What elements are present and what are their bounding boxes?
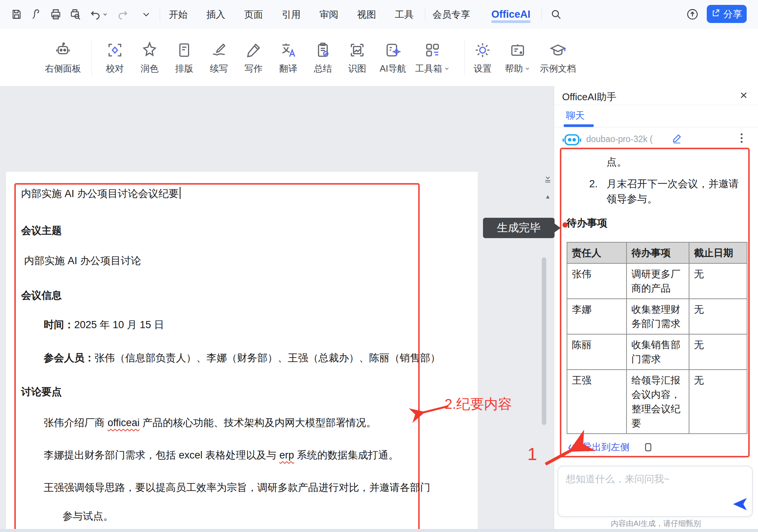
- doc-topic-text: 内部实施 AI 办公项目讨论: [24, 254, 141, 268]
- chat-tab-indicator: [564, 124, 594, 127]
- column-header: 责任人: [567, 242, 627, 263]
- edit-model-icon[interactable]: [671, 133, 683, 145]
- menubar-separator: [425, 8, 425, 21]
- table-row: 张伟 调研更多厂商的产品 无: [567, 263, 747, 299]
- menu-review[interactable]: 审阅: [315, 8, 343, 21]
- share-button[interactable]: 分享: [707, 5, 747, 23]
- kebab-menu-icon[interactable]: [739, 132, 744, 144]
- close-icon[interactable]: ×: [740, 87, 747, 102]
- ai-sparkle-icon: [384, 34, 402, 59]
- window-bottom-edge: [0, 529, 758, 532]
- menu-bar: 开始 插入 页面 引用 审阅 视图 工具 会员专享 OfficeAI 分享: [0, 0, 758, 29]
- table-row: 陈丽 收集销售部门需求 无: [567, 334, 747, 370]
- share-icon: [711, 8, 720, 20]
- menu-membership[interactable]: 会员专享: [428, 8, 475, 21]
- save-icon[interactable]: [9, 7, 24, 22]
- undo-dropdown-icon[interactable]: [101, 7, 109, 22]
- gear-icon: [474, 34, 491, 59]
- doc-heading-discussion: 讨论要点: [21, 385, 62, 399]
- model-label[interactable]: doubao-pro-32k (: [586, 134, 653, 144]
- officeai-tab-indicator: [491, 20, 530, 23]
- chat-input-field[interactable]: [565, 472, 732, 511]
- menu-start[interactable]: 开始: [164, 8, 192, 21]
- print-preview-icon[interactable]: [68, 7, 83, 22]
- message-actions-row: 导出到左侧: [567, 441, 748, 453]
- proofread-icon: [106, 34, 124, 59]
- generation-status-dot: [562, 222, 568, 228]
- main-menus: 开始 插入 页面 引用 审阅 视图 工具 会员专享: [164, 0, 475, 29]
- tab-officeai[interactable]: OfficeAI: [490, 0, 532, 29]
- ribbon-sample-doc-button[interactable]: 示例文档: [533, 34, 582, 81]
- assistant-avatar: [562, 132, 582, 148]
- menu-page[interactable]: 页面: [240, 8, 267, 21]
- table-row: 王强 给领导汇报会议内容，整理会议纪要 无: [567, 370, 747, 434]
- panel-header-divider: [554, 105, 758, 105]
- ai-disclaimer-text: 内容由AI生成，请仔细甄别: [554, 518, 758, 529]
- pen-icon: [245, 34, 262, 59]
- todo-heading: 待办事项: [567, 216, 748, 230]
- table-row: 李娜 收集整理财务部门需求 无: [567, 299, 747, 334]
- doc-discussion-1: 张伟介绍厂商 officeai 产品的核心功能、技术架构及内网大模型部署情况。: [44, 416, 376, 430]
- export-left-icon: [567, 442, 579, 452]
- column-header: 截止日期: [689, 242, 747, 263]
- chat-input-box: [558, 466, 753, 517]
- chevron-down-icon: [524, 66, 530, 72]
- graduation-cap-icon: [549, 34, 567, 59]
- tab-chat[interactable]: 聊天: [566, 109, 585, 122]
- ai-message-overflow-line: 点。: [607, 154, 748, 170]
- ribbon-toolbox-button[interactable]: 工具箱: [408, 34, 457, 81]
- document-scrollbar[interactable]: [542, 257, 546, 425]
- doc-title: 内部实施 AI 办公项目讨论会议纪要: [21, 187, 180, 200]
- generation-done-tooltip: 生成完毕: [483, 218, 555, 238]
- todo-table: 责任人 待办事项 截止日期 张伟 调研更多厂商的产品 无 李娜 收集整理财务部门…: [567, 242, 747, 434]
- doc-discussion-3-wrap: 参与试点。: [63, 509, 113, 523]
- export-to-left-link[interactable]: 导出到左侧: [582, 441, 630, 453]
- doc-heading-info: 会议信息: [21, 289, 62, 302]
- pen-squiggle-icon: [210, 34, 228, 59]
- spellcheck-word: erp: [280, 449, 294, 461]
- export-pdf-icon[interactable]: [29, 7, 44, 22]
- ai-message-list-item: 2. 月末召开下一次会议，并邀请领导参与。: [567, 176, 748, 206]
- tab-row-divider: [554, 127, 758, 127]
- magic-star-icon: [141, 34, 158, 59]
- translate-icon: [280, 34, 297, 59]
- annotation-label-2: 2.纪要内容: [445, 395, 512, 414]
- ribbon-toolbar: 右侧面板 校对 润色 排版 续写: [0, 29, 758, 86]
- panel-collapse-icon[interactable]: [543, 175, 553, 185]
- doc-attendees-line: 参会人员：张伟（信息部负责人）、李娜（财务部）、王强（总裁办）、陈丽（销售部）: [44, 351, 440, 365]
- chevron-down-icon: [444, 66, 450, 72]
- menu-tools[interactable]: 工具: [390, 8, 418, 21]
- copy-icon[interactable]: [643, 442, 653, 453]
- doc-discussion-2: 李娜提出财务部门需求，包括 excel 表格处理以及与 erp 系统的数据集成打…: [44, 448, 399, 462]
- menubar-separator: [160, 8, 160, 21]
- undo-icon[interactable]: [89, 7, 102, 22]
- app-window: 开始 插入 页面 引用 审阅 视图 工具 会员专享 OfficeAI 分享: [0, 0, 758, 532]
- send-icon[interactable]: [732, 497, 748, 513]
- document-lines-icon: [176, 34, 193, 59]
- spellcheck-word: officeai: [108, 417, 140, 428]
- text-cursor: [180, 187, 180, 199]
- ai-message-highlight-box: 点。 2. 月末召开下一次会议，并邀请领导参与。 待办事项 责任人 待办事项 截…: [560, 148, 750, 457]
- help-board-icon: [509, 34, 526, 59]
- menu-insert[interactable]: 插入: [202, 8, 230, 21]
- panel-pin-icon[interactable]: [543, 192, 553, 202]
- table-header-row: 责任人 待办事项 截止日期: [567, 242, 747, 263]
- print-icon[interactable]: [48, 7, 63, 22]
- tooltip-arrow: [554, 223, 561, 233]
- menu-view[interactable]: 视图: [353, 8, 381, 21]
- annotation-label-1: 1: [527, 444, 537, 464]
- toolbox-grid-icon: [424, 34, 441, 59]
- redo-icon[interactable]: [115, 7, 130, 22]
- robot-icon: [54, 34, 72, 59]
- image-scan-icon: [348, 34, 366, 59]
- search-icon[interactable]: [549, 7, 564, 22]
- upload-icon[interactable]: [685, 7, 700, 22]
- panel-title: OfficeAI助手: [562, 90, 616, 104]
- ribbon-right-panel-button[interactable]: 右侧面板: [38, 34, 87, 81]
- share-label: 分享: [723, 8, 742, 20]
- doc-heading-topic: 会议主题: [21, 224, 62, 237]
- toolbar-collapse-icon[interactable]: [139, 7, 154, 22]
- menu-reference[interactable]: 引用: [277, 8, 305, 21]
- clipboard-icon: [314, 34, 332, 59]
- doc-discussion-3: 王强强调领导思路，要以提高员工效率为宗旨，调研多款产品进行对比，并邀请各部门: [44, 481, 430, 494]
